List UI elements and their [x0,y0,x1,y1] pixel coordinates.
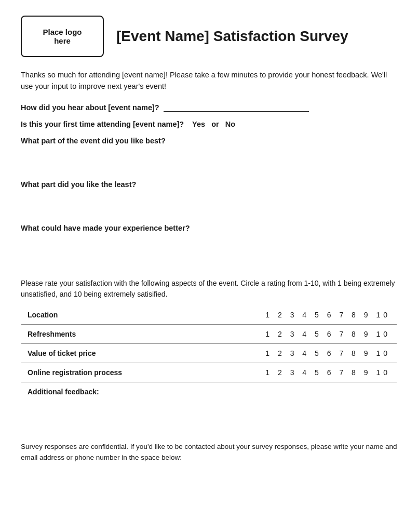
rating-row: Online registration process 1 2 3 4 5 6 … [21,363,397,382]
rating-row-numbers: 1 2 3 4 5 6 7 8 9 10 [228,305,397,324]
additional-feedback-label: Additional feedback: [28,388,390,396]
q5-label: What could have made your experience bet… [21,224,397,232]
q2-or: or [211,120,219,128]
rating-row-numbers: 1 2 3 4 5 6 7 8 9 10 [228,343,397,363]
q3-answer-space [21,146,397,172]
rating-row-numbers: 1 2 3 4 5 6 7 8 9 10 [228,324,397,343]
footer-text: Survey responses are confidential. If yo… [21,441,397,463]
question-4: What part did you like the least? [21,180,397,216]
logo-placeholder: Place logo here [21,16,104,57]
rating-section: Please rate your satisfaction with the f… [21,278,397,433]
survey-header: Place logo here [Event Name] Satisfactio… [21,16,397,57]
q1-answer-line [164,103,309,112]
rating-row-label: Refreshments [21,324,228,343]
rating-row-label: Online registration process [21,363,228,382]
logo-text: Place logo here [43,28,82,45]
q4-label: What part did you like the least? [21,180,397,189]
rating-row: Refreshments 1 2 3 4 5 6 7 8 9 10 [21,324,397,343]
q5-answer-space [21,233,397,270]
question-3: What part of the event did you like best… [21,137,397,172]
rating-intro: Please rate your satisfaction with the f… [21,278,397,300]
rating-table: Location 1 2 3 4 5 6 7 8 9 10 Refreshmen… [21,305,397,433]
survey-title: [Event Name] Satisfaction Survey [116,28,348,45]
additional-feedback-space [28,396,390,427]
q4-answer-space [21,190,397,216]
rating-row-label: Location [21,305,228,324]
question-2: Is this your first time attending [event… [21,120,397,128]
q2-yes: Yes [192,120,205,128]
q1-label: How did you hear about [event name]? [21,103,159,112]
question-5: What could have made your experience bet… [21,224,397,270]
question-1: How did you hear about [event name]? [21,103,397,112]
rating-row: Location 1 2 3 4 5 6 7 8 9 10 [21,305,397,324]
intro-text: Thanks so much for attending [event name… [21,70,397,92]
q2-label: Is this your first time attending [event… [21,120,184,128]
q2-no: No [225,120,235,128]
additional-feedback-row: Additional feedback: [21,382,397,432]
q3-label: What part of the event did you like best… [21,137,397,145]
rating-row-numbers: 1 2 3 4 5 6 7 8 9 10 [228,363,397,382]
rating-row-label: Value of ticket price [21,343,228,363]
rating-row: Value of ticket price 1 2 3 4 5 6 7 8 9 … [21,343,397,363]
